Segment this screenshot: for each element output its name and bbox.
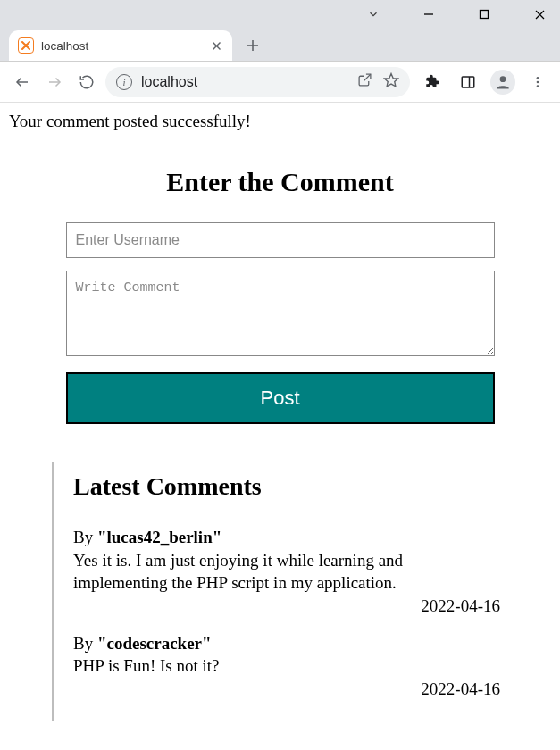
browser-chrome: localhost xyxy=(0,0,560,62)
bookmark-star-icon[interactable] xyxy=(383,72,399,92)
extensions-icon[interactable] xyxy=(419,69,446,96)
svg-point-14 xyxy=(537,77,539,79)
page-content: Your comment posted successfully! Enter … xyxy=(0,103,560,739)
reload-button[interactable] xyxy=(73,69,100,96)
maximize-button[interactable] xyxy=(469,9,499,20)
comment-author: "lucas42_berlin" xyxy=(97,528,221,546)
close-window-button[interactable] xyxy=(524,9,555,21)
form-title: Enter the Comment xyxy=(66,167,495,197)
xampp-favicon-icon xyxy=(18,38,34,54)
svg-rect-11 xyxy=(462,77,474,88)
comment-body: Yes it is. I am just enjoying it while l… xyxy=(73,549,500,595)
tab-strip: localhost xyxy=(0,29,560,61)
comment-form: Enter the Comment Post xyxy=(66,167,495,424)
svg-point-15 xyxy=(537,80,539,83)
username-input[interactable] xyxy=(66,222,495,258)
comment-textarea[interactable] xyxy=(66,271,495,356)
svg-marker-10 xyxy=(385,73,398,86)
latest-comments: Latest Comments By "lucas42_berlin" Yes … xyxy=(52,462,516,721)
comment-body: PHP is Fun! Is not it? xyxy=(73,654,500,678)
comment-item: By "codescracker" PHP is Fun! Is not it?… xyxy=(73,632,500,701)
browser-tab[interactable]: localhost xyxy=(9,30,232,61)
minimize-button[interactable] xyxy=(414,9,444,20)
profile-avatar[interactable] xyxy=(490,70,515,95)
comment-date: 2022-04-16 xyxy=(73,678,500,701)
by-prefix: By xyxy=(73,528,97,546)
side-panel-icon[interactable] xyxy=(455,69,481,96)
svg-point-16 xyxy=(537,85,539,88)
forward-button[interactable] xyxy=(41,69,68,96)
tab-title: localhost xyxy=(41,39,88,53)
address-bar[interactable]: i localhost xyxy=(105,67,410,97)
svg-point-13 xyxy=(500,76,506,82)
share-icon[interactable] xyxy=(357,72,372,91)
close-tab-button[interactable] xyxy=(212,38,221,54)
site-info-icon[interactable]: i xyxy=(116,74,132,90)
dropdown-chevron-icon[interactable] xyxy=(358,8,389,21)
comment-author: "codescracker" xyxy=(97,634,212,653)
success-message: Your comment posted successfully! xyxy=(9,112,551,131)
back-button[interactable] xyxy=(9,69,36,96)
latest-comments-heading: Latest Comments xyxy=(73,472,500,501)
comment-date: 2022-04-16 xyxy=(73,595,500,618)
url-text: localhost xyxy=(141,74,197,90)
browser-toolbar: i localhost xyxy=(0,62,560,103)
comment-item: By "lucas42_berlin" Yes it is. I am just… xyxy=(73,526,500,618)
post-button[interactable]: Post xyxy=(66,372,495,424)
new-tab-button[interactable] xyxy=(239,32,266,59)
by-prefix: By xyxy=(73,634,97,653)
kebab-menu-icon[interactable] xyxy=(524,69,551,96)
svg-rect-1 xyxy=(481,11,489,19)
window-controls xyxy=(0,0,560,29)
